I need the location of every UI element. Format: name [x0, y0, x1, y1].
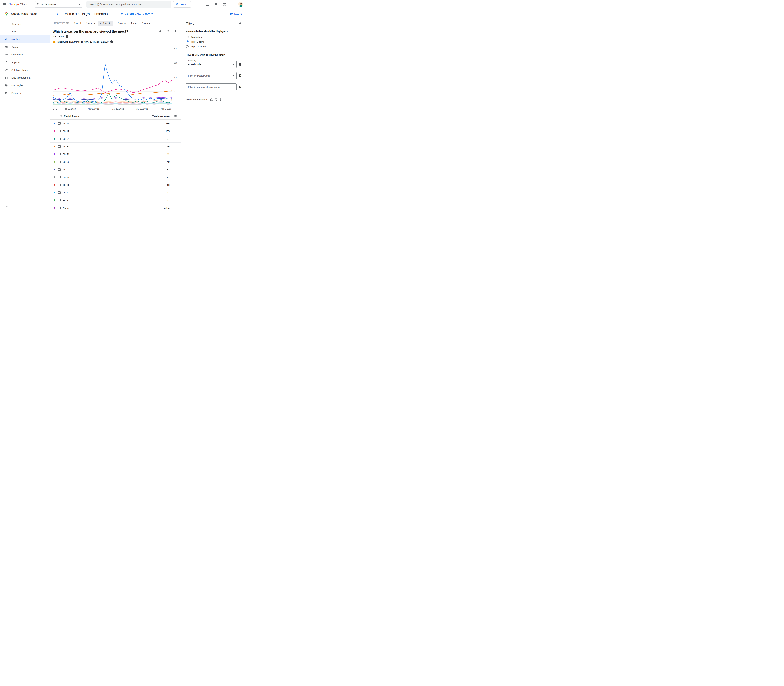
row-checkbox[interactable]: [58, 138, 60, 140]
map-views-value: 42: [167, 153, 170, 155]
fullscreen-icon[interactable]: [166, 29, 170, 33]
radio-option[interactable]: Top 5 items: [186, 34, 242, 39]
map-views-value: 56: [167, 145, 170, 148]
search-input[interactable]: [87, 1, 172, 8]
help-circle-icon[interactable]: [239, 86, 242, 88]
sidebar-item-map-styles[interactable]: Map Styles: [0, 82, 49, 89]
reset-zoom-button[interactable]: RESET ZOOM: [54, 22, 69, 24]
project-selector-label: Project Name: [41, 3, 56, 6]
row-checkbox[interactable]: [58, 168, 60, 171]
time-range-chip[interactable]: 2 weeks: [84, 21, 97, 26]
group-by-value: Postal Code: [188, 63, 201, 66]
time-range-chip[interactable]: 12 weeks: [114, 21, 128, 26]
table-row: 98122 42: [50, 150, 181, 158]
row-checkbox[interactable]: [58, 122, 60, 125]
radio-option[interactable]: Top 50 items: [186, 39, 242, 44]
series-color-dot: [54, 161, 56, 163]
cloud-shell-icon[interactable]: [204, 1, 211, 8]
metric-label: Map views: [52, 35, 64, 38]
value-header-label: Total map views: [152, 114, 170, 117]
table-row: 98133 56: [50, 143, 181, 150]
chart-title: Which areas on the map are viewed the mo…: [52, 29, 128, 34]
notifications-bell-icon[interactable]: [213, 1, 219, 8]
hamburger-menu-icon[interactable]: [1, 1, 8, 8]
postal-code: 98133: [63, 145, 69, 148]
column-settings-icon[interactable]: [174, 114, 177, 118]
svg-text:300: 300: [174, 62, 177, 64]
project-icon: [37, 3, 40, 6]
map-views-value: 11: [167, 199, 170, 202]
row-checkbox[interactable]: [58, 207, 60, 209]
row-checkbox[interactable]: [58, 130, 60, 132]
sidebar-item-credentials[interactable]: Credentials: [0, 51, 49, 59]
help-circle-icon[interactable]: [110, 41, 113, 43]
time-range-chip[interactable]: 1 year: [129, 21, 139, 26]
sidebar-item-datasets[interactable]: Datasets: [0, 89, 49, 97]
row-checkbox[interactable]: [58, 176, 60, 178]
learn-link[interactable]: LEARN: [230, 12, 242, 16]
learn-label: LEARN: [234, 13, 242, 15]
series-color-dot: [54, 207, 56, 209]
zoom-in-icon[interactable]: [158, 29, 162, 33]
chevron-down-icon: [152, 13, 153, 14]
help-circle-icon[interactable]: [66, 35, 69, 38]
more-options-icon[interactable]: [230, 1, 236, 8]
view-data-question: How do you want to view the data?: [186, 54, 242, 56]
collapse-sidebar-icon[interactable]: [4, 203, 11, 210]
row-checkbox[interactable]: [58, 145, 60, 148]
thumbs-down-icon[interactable]: [214, 97, 219, 102]
group-by-header[interactable]: Postal Codes: [60, 114, 83, 117]
help-circle-icon[interactable]: [239, 74, 242, 77]
download-chart-icon[interactable]: [173, 29, 177, 33]
time-range-chips: 1 week 2 weeks 4 weeks 12 weeks 1 year 3…: [72, 21, 152, 26]
timezone-label: UTC: [53, 108, 57, 110]
map-views-value: Value: [164, 207, 170, 209]
sidebar-item-quotas[interactable]: Quotas: [0, 43, 49, 51]
x-axis-tick-label: Apr 1, 2023: [161, 108, 172, 110]
map-views-filter-select[interactable]: Filter by number of map views: [186, 83, 237, 90]
datasets-icon: [5, 91, 8, 95]
avatar[interactable]: [238, 2, 243, 7]
help-circle-icon[interactable]: [239, 63, 242, 66]
line-chart[interactable]: 050150300500: [52, 45, 180, 108]
filters-panel: Filters How much data should be displaye…: [181, 19, 246, 211]
radio-button[interactable]: [186, 36, 189, 38]
sort-total-map-views[interactable]: Total map views: [148, 114, 170, 117]
feedback-icon[interactable]: [219, 97, 224, 102]
radio-button[interactable]: [186, 41, 189, 43]
time-range-chip[interactable]: 1 week: [72, 21, 83, 26]
map-views-value: 32: [167, 168, 170, 171]
sidebar-item-apis[interactable]: APIs: [0, 28, 49, 36]
warning-triangle-icon: [52, 40, 56, 43]
back-arrow-icon[interactable]: [55, 11, 61, 17]
chart-card: Which areas on the map are viewed the mo…: [50, 29, 181, 111]
table-row: 98101 67: [50, 135, 181, 143]
row-checkbox[interactable]: [58, 153, 60, 155]
row-checkbox[interactable]: [58, 184, 60, 186]
data-amount-options: Top 5 items Top 50 items Top 100 items: [186, 34, 242, 49]
sidebar-item-support[interactable]: Support: [0, 59, 49, 66]
row-checkbox[interactable]: [58, 191, 60, 194]
postal-code-filter-select[interactable]: Filter by Postal Code: [186, 72, 237, 79]
sidebar-nav: Overview APIs Metrics Quotas: [0, 20, 49, 97]
help-icon[interactable]: [221, 1, 228, 8]
time-range-chip[interactable]: 3 years: [140, 21, 152, 26]
thumbs-up-icon[interactable]: [209, 97, 214, 102]
chevron-down-icon: [80, 114, 83, 117]
collapse-panel-icon[interactable]: [238, 22, 242, 26]
time-range-chip[interactable]: 4 weeks: [98, 21, 113, 26]
row-checkbox[interactable]: [58, 161, 60, 163]
search-button[interactable]: Search: [173, 1, 191, 8]
sidebar-item-map-management[interactable]: Map Management: [0, 74, 49, 82]
project-selector[interactable]: Project Name: [35, 1, 82, 8]
chart-series-98122: [52, 97, 172, 98]
sidebar-item-metrics[interactable]: Metrics: [0, 36, 49, 43]
group-by-select[interactable]: Group by Postal Code: [186, 61, 237, 68]
radio-option[interactable]: Top 100 items: [186, 44, 242, 49]
radio-button[interactable]: [186, 45, 189, 48]
metrics-icon: [5, 38, 8, 41]
export-csv-button[interactable]: EXPORT DATA TO CSV: [120, 12, 153, 16]
row-checkbox[interactable]: [58, 199, 60, 201]
sidebar-item-solution-library[interactable]: Solution Library: [0, 66, 49, 74]
sidebar-item-overview[interactable]: Overview: [0, 20, 49, 28]
